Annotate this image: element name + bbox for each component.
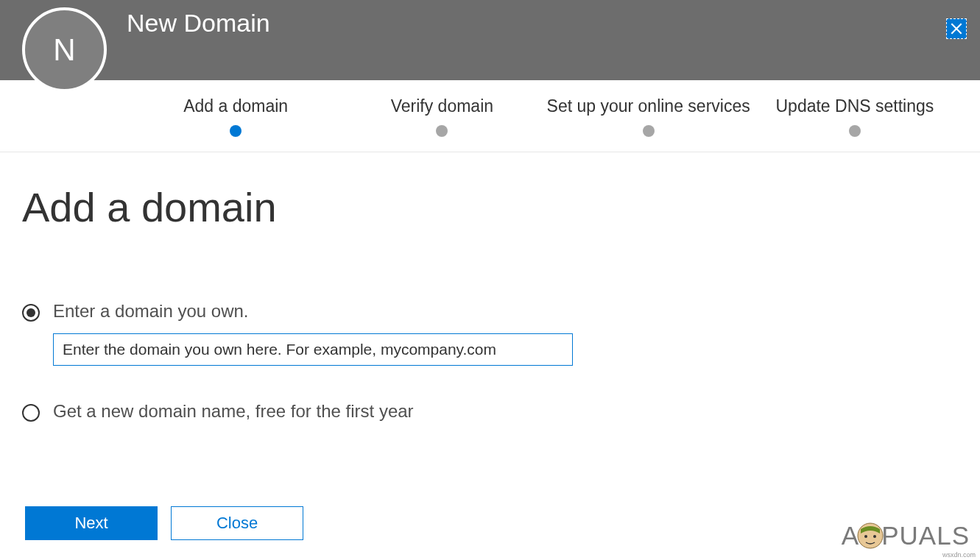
watermark-logo: A PUALS <box>842 520 970 551</box>
page-title: Add a domain <box>22 183 958 231</box>
avatar-letter: N <box>53 32 75 68</box>
watermark-text: PUALS <box>881 521 970 550</box>
wizard-dot-icon <box>849 125 861 137</box>
wizard-dot-icon <box>230 125 242 137</box>
close-button[interactable] <box>946 18 967 39</box>
option-content: Get a new domain name, free for the firs… <box>53 401 958 422</box>
domain-input[interactable] <box>53 333 573 366</box>
avatar: N <box>22 7 107 92</box>
radio-button-icon[interactable] <box>22 404 40 422</box>
option-label: Get a new domain name, free for the firs… <box>53 401 958 422</box>
svg-point-2 <box>873 535 876 538</box>
next-button[interactable]: Next <box>25 506 158 540</box>
wizard-dot-icon <box>643 125 655 137</box>
main-content: Add a domain Enter a domain you own. Get… <box>0 152 980 422</box>
svg-point-1 <box>864 535 867 538</box>
option-content: Enter a domain you own. <box>53 301 958 366</box>
close-icon <box>949 21 964 36</box>
option-label: Enter a domain you own. <box>53 301 958 322</box>
credit-text: wsxdn.com <box>942 551 976 559</box>
wizard-step-label: Set up your online services <box>546 96 752 116</box>
wizard-dot-icon <box>436 125 448 137</box>
wizard-steps: Add a domain Verify domain Set up your o… <box>0 80 980 152</box>
watermark-face-icon <box>855 520 886 551</box>
wizard-step-online-services[interactable]: Set up your online services <box>546 96 752 152</box>
wizard-step-label: Verify domain <box>339 96 545 116</box>
wizard-step-label: Update DNS settings <box>752 96 958 116</box>
dialog-header: N New Domain <box>0 0 980 80</box>
option-own-domain[interactable]: Enter a domain you own. <box>22 301 958 366</box>
radio-button-icon[interactable] <box>22 304 40 322</box>
wizard-step-label: Add a domain <box>133 96 339 116</box>
wizard-step-verify-domain[interactable]: Verify domain <box>339 96 545 152</box>
option-new-domain[interactable]: Get a new domain name, free for the firs… <box>22 401 958 422</box>
wizard-step-dns-settings[interactable]: Update DNS settings <box>752 96 958 152</box>
wizard-step-add-domain[interactable]: Add a domain <box>133 96 339 152</box>
close-button-footer[interactable]: Close <box>171 506 303 540</box>
footer-actions: Next Close <box>25 506 303 540</box>
dialog-title: New Domain <box>127 9 270 38</box>
